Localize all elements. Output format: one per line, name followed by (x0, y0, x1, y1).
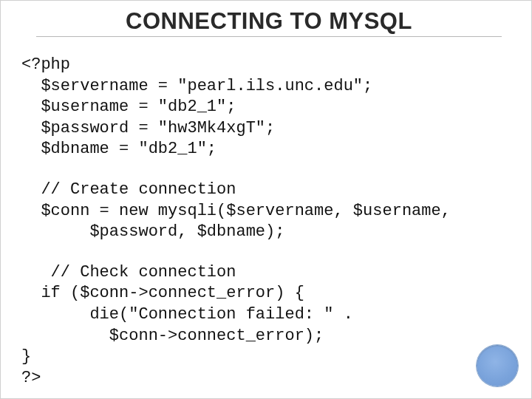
title-word1: ONNECTING (143, 8, 284, 34)
slide-title: CONNECTING TO MYSQL (36, 8, 502, 37)
code-connect-block: // Create connection $conn = new mysqli(… (21, 180, 516, 243)
title-cap-m: M (329, 8, 348, 34)
title-sql: SQL (364, 8, 412, 34)
title-mid: TO (283, 8, 329, 34)
decorative-circle-icon (477, 345, 518, 386)
code-vars-block: <?php $servername = "pearl.ils.unc.edu";… (21, 55, 516, 160)
code-check-block: // Check connection if ($conn->connect_e… (21, 262, 516, 389)
title-y: Y (349, 8, 364, 34)
slide: CONNECTING TO MYSQL <?php $servername = … (0, 0, 532, 399)
title-cap-c: C (126, 8, 143, 34)
